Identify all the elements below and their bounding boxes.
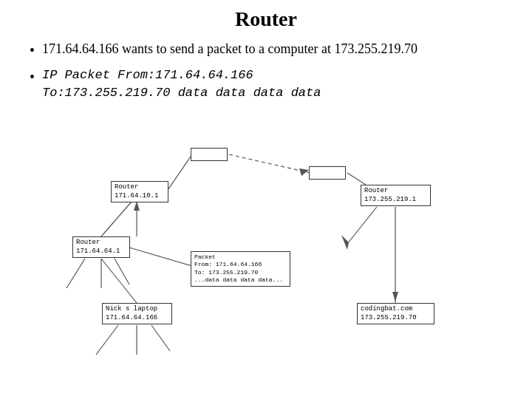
small-box-2 [309, 166, 346, 180]
bullet-italic-line1: IP Packet From:171.64.64.166 [42, 68, 253, 82]
svg-marker-13 [341, 235, 349, 250]
bullet-item-2: IP Packet From:171.64.64.166 To:173.255.… [30, 66, 510, 102]
svg-line-0 [101, 259, 137, 303]
svg-line-16 [151, 325, 170, 351]
bullet-text-2: IP Packet From:171.64.64.166 To:173.255.… [42, 66, 321, 102]
small-box-1 [191, 148, 228, 161]
svg-line-19 [115, 259, 129, 284]
page-title: Router [22, 7, 510, 31]
diagram-area: Router171.64.10.1 Router171.64.64.1 Rout… [22, 140, 510, 392]
laptop-node: Nick s laptop171.64.64.166 [102, 303, 172, 324]
bullet-list: 171.64.64.166 wants to send a packet to … [22, 40, 510, 102]
packet-box: Packet From: 171.64.64.166 To: 173.255.2… [191, 251, 290, 287]
svg-line-17 [66, 259, 85, 288]
svg-line-5 [166, 154, 192, 192]
svg-line-12 [347, 207, 377, 244]
router-top-left: Router171.64.10.1 [111, 181, 168, 202]
bullet-item-1: 171.64.64.166 wants to send a packet to … [30, 40, 510, 61]
page: Router 171.64.64.166 wants to send a pac… [0, 0, 532, 399]
codingbat-node: codingbat.com173.255.219.70 [357, 303, 434, 324]
svg-line-6 [229, 154, 310, 173]
svg-marker-11 [392, 292, 398, 301]
svg-line-9 [129, 248, 192, 266]
router-top-right: Router173.255.219.1 [361, 185, 431, 206]
router-mid-left: Router171.64.64.1 [72, 236, 130, 258]
svg-line-14 [96, 325, 118, 355]
bullet-text-1: 171.64.64.166 wants to send a packet to … [42, 40, 417, 58]
bullet-italic-line2: To:173.255.219.70 data data data data [42, 86, 321, 100]
svg-line-8 [347, 173, 366, 185]
